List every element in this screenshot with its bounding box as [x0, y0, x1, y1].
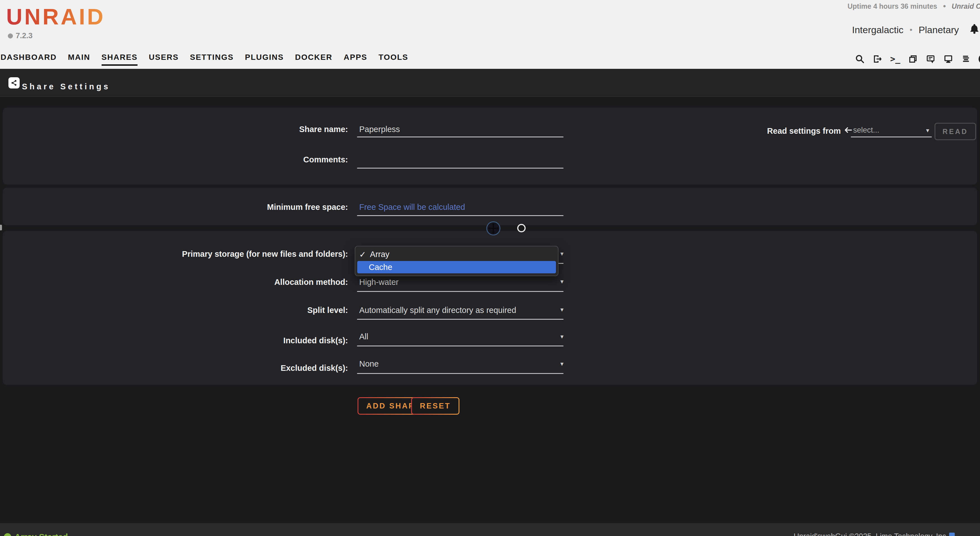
server-description: Planetary: [918, 24, 959, 35]
chevron-down-icon: ▼: [559, 279, 565, 285]
nav-tab-docker[interactable]: DOCKER: [295, 53, 332, 66]
read-settings-label: Read settings from: [758, 126, 841, 136]
allocation-method-label: Allocation method:: [0, 277, 348, 287]
unraid-webgui: UNRAID 7.2.3 Uptime 4 hours 36 minutes •…: [0, 0, 980, 536]
share-name-label: Share name:: [0, 124, 348, 134]
uptime-status: Uptime 4 hours 36 minutes • Unraid OS St…: [848, 2, 980, 11]
nav-tab-main[interactable]: MAIN: [68, 53, 91, 66]
chevron-down-icon: ▼: [925, 128, 930, 134]
page-title: Share Settings: [22, 82, 110, 91]
copy-icon[interactable]: [908, 54, 918, 64]
arrow-left-icon: [843, 126, 853, 136]
chevron-down-icon: ▼: [559, 307, 565, 313]
comments-label: Comments:: [0, 155, 348, 164]
min-free-space-input[interactable]: Free Space will be calculated: [359, 202, 465, 212]
dot-separator: •: [943, 2, 946, 10]
chevron-down-icon: ▼: [559, 251, 565, 257]
footer-link-icon[interactable]: [949, 533, 955, 536]
circle-cursor-icon: [517, 224, 526, 232]
server-name[interactable]: Intergalactic: [852, 24, 904, 35]
notifications-bell-icon[interactable]: [969, 23, 980, 37]
monitor-icon[interactable]: [943, 54, 953, 64]
header-toolbar: >_: [855, 54, 980, 64]
main-nav: DASHBOARD MAIN SHARES USERS SETTINGS PLU…: [0, 53, 408, 66]
chevron-down-icon: ▼: [559, 334, 565, 340]
dropdown-option-cache[interactable]: Cache: [357, 261, 556, 273]
array-status-icon: [4, 533, 11, 536]
nav-tab-shares[interactable]: SHARES: [102, 53, 138, 66]
allocation-method-select[interactable]: High-water: [359, 277, 399, 287]
panel-share-identity: [3, 108, 977, 185]
included-disks-select[interactable]: All: [359, 332, 368, 341]
move-cursor-icon: [486, 221, 501, 237]
read-settings-underline[interactable]: [851, 137, 932, 137]
unraid-logo[interactable]: UNRAID: [6, 4, 105, 30]
included-disks-label: Included disk(s):: [0, 336, 348, 345]
terminal-icon[interactable]: >_: [890, 54, 900, 64]
array-status: Array Started: [4, 532, 68, 536]
share-icon: [8, 77, 20, 88]
nav-tab-settings[interactable]: SETTINGS: [190, 53, 234, 66]
primary-storage-dropdown: ✓ Array Cache: [355, 246, 558, 276]
logout-icon[interactable]: [872, 54, 883, 64]
included-disks-underline[interactable]: [357, 346, 563, 346]
read-settings-select[interactable]: select...: [853, 126, 879, 134]
nav-tab-apps[interactable]: APPS: [344, 53, 368, 66]
split-level-label: Split level:: [0, 305, 348, 315]
share-name-underline[interactable]: [357, 137, 563, 137]
split-level-select[interactable]: Automatically split any directory as req…: [359, 305, 516, 315]
min-free-space-underline[interactable]: [357, 215, 563, 216]
split-level-underline[interactable]: [357, 319, 563, 320]
top-header: UNRAID 7.2.3 Uptime 4 hours 36 minutes •…: [0, 0, 980, 69]
page-title-bar: [0, 69, 980, 97]
nav-tab-users[interactable]: USERS: [149, 53, 178, 66]
edge-marker: [0, 225, 2, 230]
os-edition-text: Unraid OS Starter: [951, 2, 980, 10]
chevron-down-icon: ▼: [559, 361, 565, 367]
feedback-icon[interactable]: [926, 54, 935, 64]
nav-tab-dashboard[interactable]: DASHBOARD: [0, 53, 57, 66]
read-button[interactable]: READ: [934, 123, 976, 140]
allocation-method-underline[interactable]: [357, 291, 563, 292]
dropdown-option-array[interactable]: ✓ Array: [359, 250, 390, 259]
version-icon: [8, 34, 13, 38]
excluded-disks-label: Excluded disk(s):: [0, 363, 348, 373]
excluded-disks-select[interactable]: None: [359, 359, 379, 368]
theme-toggle-icon[interactable]: [978, 54, 980, 64]
checkmark-icon: ✓: [359, 250, 366, 259]
log-icon[interactable]: [961, 54, 971, 64]
min-free-space-label: Minimum free space:: [0, 202, 348, 212]
search-icon[interactable]: [855, 54, 865, 64]
share-name-input[interactable]: Paperpless: [359, 124, 400, 134]
reset-button[interactable]: RESET: [411, 397, 460, 415]
nav-tab-plugins[interactable]: PLUGINS: [245, 53, 284, 66]
comments-underline[interactable]: [357, 168, 563, 169]
version-label: 7.2.3: [8, 32, 33, 40]
uptime-text: Uptime 4 hours 36 minutes: [848, 2, 937, 10]
server-identity: Intergalactic • Planetary: [852, 23, 980, 37]
primary-storage-label: Primary storage (for new files and folde…: [0, 249, 348, 259]
excluded-disks-underline[interactable]: [357, 373, 563, 374]
nav-tab-tools[interactable]: TOOLS: [379, 53, 408, 66]
copyright-text: Unraid'swebGui ©2025, Lime Technology, I…: [794, 532, 948, 536]
dot-separator: •: [910, 25, 912, 34]
